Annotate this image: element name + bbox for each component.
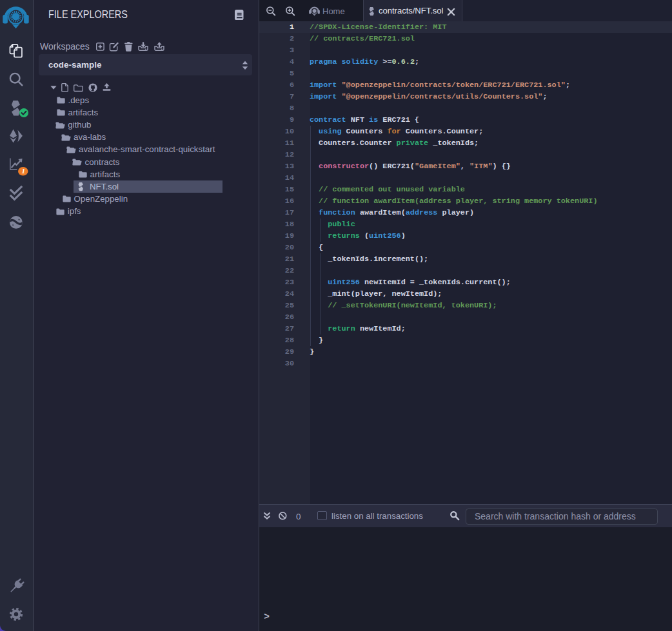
svg-text:1: 1 — [22, 167, 25, 175]
